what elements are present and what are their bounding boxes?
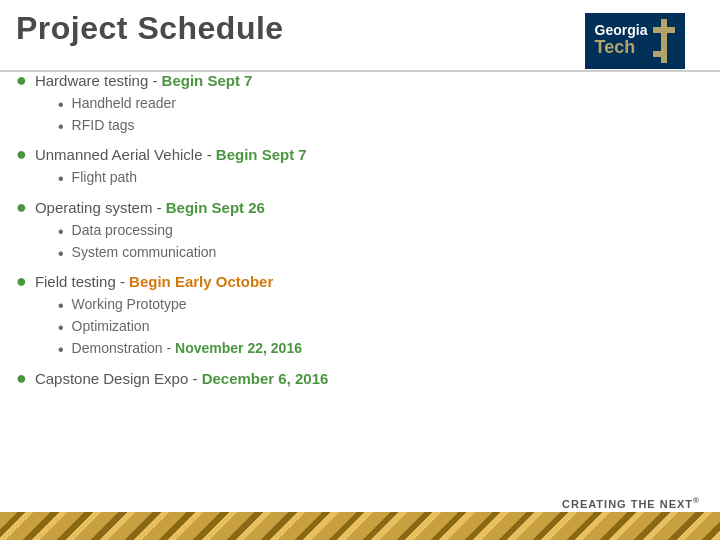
sub-bullet-rfid: • RFID tags xyxy=(58,117,704,136)
bullet-dot-4: ● xyxy=(16,271,27,292)
sub-dot: • xyxy=(58,318,64,337)
page-title: Project Schedule xyxy=(16,10,284,47)
bullet-item-field: ● Field testing - Begin Early October • … xyxy=(16,273,704,360)
bullet-item-os: ● Operating system - Begin Sept 26 • Dat… xyxy=(16,199,704,263)
sub-text-demo: Demonstration - November 22, 2016 xyxy=(72,340,302,356)
logo-text: Georgia Tech xyxy=(595,23,648,58)
bullet-text-field: Field testing - Begin Early October xyxy=(35,273,273,290)
sub-dot: • xyxy=(58,95,64,114)
bullet-dot-1: ● xyxy=(16,70,27,91)
content-area: ● Hardware testing - Begin Sept 7 • Hand… xyxy=(16,72,704,490)
sub-dot: • xyxy=(58,296,64,315)
sub-dot: • xyxy=(58,222,64,241)
sub-text-syscom: System communication xyxy=(72,244,217,260)
bullet-text-os: Operating system - Begin Sept 26 xyxy=(35,199,265,216)
sub-bullet-prototype: • Working Prototype xyxy=(58,296,704,315)
sub-bullet-syscom: • System communication xyxy=(58,244,704,263)
main-bullet-uav: ● Unmanned Aerial Vehicle - Begin Sept 7 xyxy=(16,146,704,165)
sub-bullets-uav: • Flight path xyxy=(58,169,704,188)
highlight-demo-date: November 22, 2016 xyxy=(175,340,302,356)
sub-bullet-handheld: • Handheld reader xyxy=(58,95,704,114)
bullet-text-hardware: Hardware testing - Begin Sept 7 xyxy=(35,72,253,89)
registered-mark: ® xyxy=(693,496,700,505)
bullet-item-hardware: ● Hardware testing - Begin Sept 7 • Hand… xyxy=(16,72,704,136)
highlight-field: Begin Early October xyxy=(129,273,273,290)
sub-dot: • xyxy=(58,169,64,188)
logo-tech: Tech xyxy=(595,38,648,58)
highlight-hardware: Begin Sept 7 xyxy=(162,72,253,89)
highlight-uav: Begin Sept 7 xyxy=(216,146,307,163)
sub-bullet-flight: • Flight path xyxy=(58,169,704,188)
logo-icon xyxy=(653,19,675,63)
page: Project Schedule Georgia Tech ● Hardware xyxy=(0,0,720,540)
bullet-item-capstone: ● Capstone Design Expo - December 6, 201… xyxy=(16,370,704,389)
bullet-dot-2: ● xyxy=(16,144,27,165)
svg-rect-1 xyxy=(653,27,675,33)
logo-area: Georgia Tech xyxy=(570,8,700,73)
sub-text-optimization: Optimization xyxy=(72,318,150,334)
sub-text-handheld: Handheld reader xyxy=(72,95,176,111)
main-bullet-field: ● Field testing - Begin Early October xyxy=(16,273,704,292)
bullet-item-uav: ● Unmanned Aerial Vehicle - Begin Sept 7… xyxy=(16,146,704,188)
sub-dot: • xyxy=(58,117,64,136)
main-bullet-hardware: ● Hardware testing - Begin Sept 7 xyxy=(16,72,704,91)
sub-bullets-hardware: • Handheld reader • RFID tags xyxy=(58,95,704,136)
creating-label: CREATING THE NEXT xyxy=(562,498,693,510)
main-bullet-os: ● Operating system - Begin Sept 26 xyxy=(16,199,704,218)
highlight-capstone: December 6, 2016 xyxy=(202,370,329,387)
sub-bullets-field: • Working Prototype • Optimization • Dem… xyxy=(58,296,704,360)
sub-dot: • xyxy=(58,244,64,263)
sub-bullets-os: • Data processing • System communication xyxy=(58,222,704,263)
bullet-dot-5: ● xyxy=(16,368,27,389)
sub-text-rfid: RFID tags xyxy=(72,117,135,133)
bullet-text-capstone: Capstone Design Expo - December 6, 2016 xyxy=(35,370,329,387)
sub-text-prototype: Working Prototype xyxy=(72,296,187,312)
logo-georgia: Georgia xyxy=(595,23,648,38)
stripe-inner xyxy=(0,512,720,540)
bullet-dot-3: ● xyxy=(16,197,27,218)
creating-next-text: CREATING THE NEXT® xyxy=(562,496,700,510)
sub-dot: • xyxy=(58,340,64,359)
sub-text-data: Data processing xyxy=(72,222,173,238)
sub-text-flight: Flight path xyxy=(72,169,137,185)
bottom-stripe xyxy=(0,512,720,540)
bullet-text-uav: Unmanned Aerial Vehicle - Begin Sept 7 xyxy=(35,146,307,163)
highlight-os: Begin Sept 26 xyxy=(166,199,265,216)
svg-rect-3 xyxy=(653,51,667,57)
sub-bullet-demo: • Demonstration - November 22, 2016 xyxy=(58,340,704,359)
main-bullet-capstone: ● Capstone Design Expo - December 6, 201… xyxy=(16,370,704,389)
logo-box: Georgia Tech xyxy=(585,13,686,69)
sub-bullet-data: • Data processing xyxy=(58,222,704,241)
sub-bullet-optimization: • Optimization xyxy=(58,318,704,337)
